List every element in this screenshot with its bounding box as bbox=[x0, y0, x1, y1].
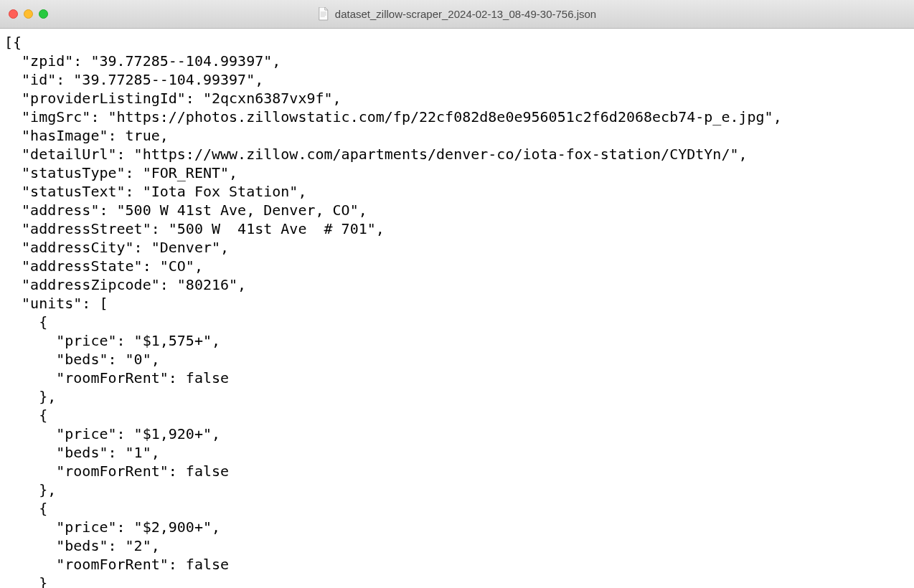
window-title-wrap: dataset_zillow-scraper_2024-02-13_08-49-… bbox=[318, 7, 596, 22]
window-title: dataset_zillow-scraper_2024-02-13_08-49-… bbox=[335, 8, 596, 20]
code-line: { bbox=[4, 407, 47, 424]
code-line: "roomForRent": false bbox=[4, 369, 229, 387]
code-line: "detailUrl": "https://www.zillow.com/apa… bbox=[4, 146, 748, 163]
code-line: "hasImage": true, bbox=[4, 127, 169, 144]
code-line: "addressCity": "Denver", bbox=[4, 239, 229, 256]
code-line: "beds": "2", bbox=[4, 537, 160, 554]
code-line: } bbox=[4, 574, 47, 588]
code-line: "address": "500 W 41st Ave, Denver, CO", bbox=[4, 201, 367, 219]
code-line: "zpid": "39.77285--104.99397", bbox=[4, 52, 281, 70]
window-titlebar: dataset_zillow-scraper_2024-02-13_08-49-… bbox=[0, 0, 914, 29]
code-line: "price": "$1,575+", bbox=[4, 332, 220, 349]
code-line: }, bbox=[4, 481, 56, 498]
code-line: "statusText": "Iota Fox Station", bbox=[4, 183, 306, 200]
code-line: "units": [ bbox=[4, 295, 108, 312]
code-line: }, bbox=[4, 388, 56, 405]
code-line: "price": "$2,900+", bbox=[4, 518, 220, 536]
code-line: "price": "$1,920+", bbox=[4, 425, 220, 442]
close-button[interactable] bbox=[9, 9, 18, 19]
code-line: "id": "39.77285--104.99397", bbox=[4, 71, 263, 88]
file-icon bbox=[318, 7, 329, 22]
file-content[interactable]: [{ "zpid": "39.77285--104.99397", "id": … bbox=[0, 29, 914, 588]
maximize-button[interactable] bbox=[39, 9, 48, 19]
code-line: "addressState": "CO", bbox=[4, 257, 203, 275]
code-line: "addressZipcode": "80216", bbox=[4, 276, 246, 293]
traffic-lights bbox=[9, 9, 48, 19]
code-line: "imgSrc": "https://photos.zillowstatic.c… bbox=[4, 108, 782, 125]
code-line: { bbox=[4, 500, 47, 517]
code-line: "roomForRent": false bbox=[4, 463, 229, 480]
code-line: { bbox=[4, 313, 47, 331]
code-line: "beds": "0", bbox=[4, 351, 160, 368]
code-line: "providerListingId": "2qcxn6387vx9f", bbox=[4, 90, 341, 107]
code-line: "beds": "1", bbox=[4, 444, 160, 461]
code-line: "addressStreet": "500 W 41st Ave # 701", bbox=[4, 220, 385, 237]
code-line: [{ bbox=[4, 34, 22, 51]
minimize-button[interactable] bbox=[24, 9, 33, 19]
code-line: "statusType": "FOR_RENT", bbox=[4, 164, 237, 181]
code-line: "roomForRent": false bbox=[4, 556, 229, 573]
